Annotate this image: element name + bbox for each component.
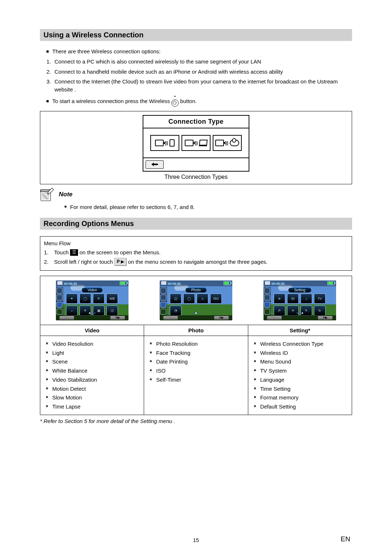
bullet-icon [150, 342, 152, 344]
step2-b: on the menu screen to navigate amongst t… [128, 258, 268, 266]
options-item-label: Time Lapse [52, 403, 81, 411]
section-wireless-title: Using a Wireless Connection [40, 29, 352, 41]
connection-back-row [143, 158, 249, 171]
menu-flow-label: Menu Flow [44, 239, 348, 247]
bullet-icon [254, 387, 256, 389]
options-item-label: TV System [260, 367, 287, 375]
opt-text: Connect to a PC which is also connected … [54, 58, 261, 66]
phone-icon [170, 139, 175, 147]
menu-list-icon[interactable]: ☰ [70, 249, 78, 256]
bullet-icon [46, 369, 48, 371]
list-number: 2. [44, 258, 54, 266]
conn-opt-pc[interactable]: )) [181, 135, 211, 151]
bullet-icon [46, 378, 48, 380]
connection-type-panel: Connection Type )) )) )) [143, 115, 249, 172]
options-item: TV System [252, 367, 348, 375]
options-item-label: Default Setting [260, 403, 296, 411]
options-item-label: Self-Timer [156, 376, 181, 384]
menu-flow-step-2: 2. Scroll left / right or touch P▶ on th… [44, 258, 348, 266]
options-item: Scene [44, 358, 140, 366]
cloud-icon [230, 140, 239, 146]
options-item-label: Motion Detect [52, 385, 86, 393]
options-item-label: Language [260, 376, 285, 384]
options-item: ISO [148, 367, 244, 375]
options-item: Self-Timer [148, 376, 244, 384]
wireless-button-icon: ⌃ [171, 96, 179, 107]
options-item-label: Video Resolution [52, 340, 93, 348]
conn-opt-cloud[interactable]: )) [213, 135, 242, 151]
options-item: Wireless Connection Type [252, 340, 348, 348]
page-number: 15 [0, 537, 392, 543]
options-col-head: Setting* [248, 325, 352, 336]
screen-cell: 00:06:30Setting≋ID♪TVP☀✎↻←P▶ [248, 276, 352, 325]
options-item-label: ISO [156, 367, 166, 375]
options-item: Menu Sound [252, 358, 348, 366]
connection-caption: Three Connection Types [44, 174, 348, 180]
signal-icon: )) [165, 140, 168, 145]
bullet-icon [254, 405, 256, 407]
menu-flow-box: Menu Flow 1. Touch ☰ on the screen to op… [40, 236, 352, 271]
options-item: Date Printing [148, 358, 244, 366]
start-prefix: To start a wireless connection press the… [52, 97, 170, 105]
note-block: Note [40, 187, 352, 202]
options-item-label: Menu Sound [260, 358, 291, 366]
list-number: 1. [44, 249, 54, 257]
options-table: VideoVideo ResolutionLightSceneWhite Bal… [40, 325, 352, 415]
connection-type-header: Connection Type [143, 116, 249, 128]
page-nav-icon[interactable]: P▶ [114, 258, 127, 266]
setting-footnote: * Refer to Section 5 for more detail of … [40, 417, 352, 425]
options-item-label: Face Tracking [156, 349, 190, 357]
wireless-opt-2: 2. Connect to a handheld mobile device s… [46, 68, 352, 76]
list-number: 3. [46, 78, 54, 86]
list-number: 1. [46, 58, 54, 66]
options-item-label: Scene [52, 358, 68, 366]
bullet-icon [46, 342, 48, 344]
options-col-body: Wireless Connection TypeWireless IDMenu … [248, 336, 352, 415]
options-item-label: Date Printing [156, 358, 188, 366]
options-item: Time Lapse [44, 403, 140, 411]
options-item-label: Photo Resolution [156, 340, 197, 348]
page-language: EN [341, 535, 350, 543]
opt-text: Connect to a handheld mobile device such… [54, 68, 283, 76]
bullet-icon [254, 342, 256, 344]
menu-screen-setting: 00:06:30Setting≋ID♪TVP☀✎↻←P▶ [264, 280, 336, 320]
bullet-icon [46, 352, 48, 353]
conn-opt-phone[interactable]: )) [150, 135, 179, 151]
step2-a: Scroll left / right or touch [54, 258, 113, 266]
notepad-icon [40, 187, 54, 202]
opt-text: Connect to the Internet (the Cloud) to s… [54, 78, 352, 94]
options-item-label: Format memory [260, 394, 299, 402]
options-col: Setting*Wireless Connection TypeWireless… [248, 325, 352, 415]
options-item: Wireless ID [252, 349, 348, 357]
options-item-label: Time Setting [260, 385, 291, 393]
list-number: 2. [46, 68, 54, 76]
section-recording-title: Recording Options Menus [40, 218, 352, 230]
bullet-icon [254, 360, 256, 362]
pencil-icon [46, 187, 54, 195]
bullet-icon [254, 369, 256, 371]
options-item: Default Setting [252, 403, 348, 411]
bullet-icon [254, 396, 256, 398]
options-item: Video Stabilization [44, 376, 140, 384]
options-item: Time Setting [252, 385, 348, 393]
options-item: Language [252, 376, 348, 384]
options-col-body: Photo ResolutionFace TrackingDate Printi… [144, 336, 248, 388]
menu-screens-row: 00:06:30Video✦◯✕WB♪✕▦◫←P▶00:06:30Photo◫◯… [40, 276, 352, 325]
bullet-icon [254, 352, 256, 353]
options-item: Face Tracking [148, 349, 244, 357]
bullet-icon [46, 405, 48, 407]
bullet-icon [150, 352, 152, 353]
options-item-label: Light [52, 349, 64, 357]
options-item-label: Wireless ID [260, 349, 288, 357]
options-col-body: Video ResolutionLightSceneWhite BalanceV… [40, 336, 144, 415]
wireless-opt-3: 3. Connect to the Internet (the Cloud) t… [46, 78, 352, 94]
back-button[interactable] [146, 160, 164, 169]
bullet-icon [150, 378, 152, 380]
bullet-icon [65, 206, 66, 208]
options-item-label: Video Stabilization [52, 376, 97, 384]
options-item: Light [44, 349, 140, 357]
menu-flow-step-1: 1. Touch ☰ on the screen to open the Men… [44, 249, 348, 257]
options-item: Slow Motion [44, 394, 140, 402]
bullet-icon [46, 50, 49, 53]
bullet-icon [254, 378, 256, 380]
